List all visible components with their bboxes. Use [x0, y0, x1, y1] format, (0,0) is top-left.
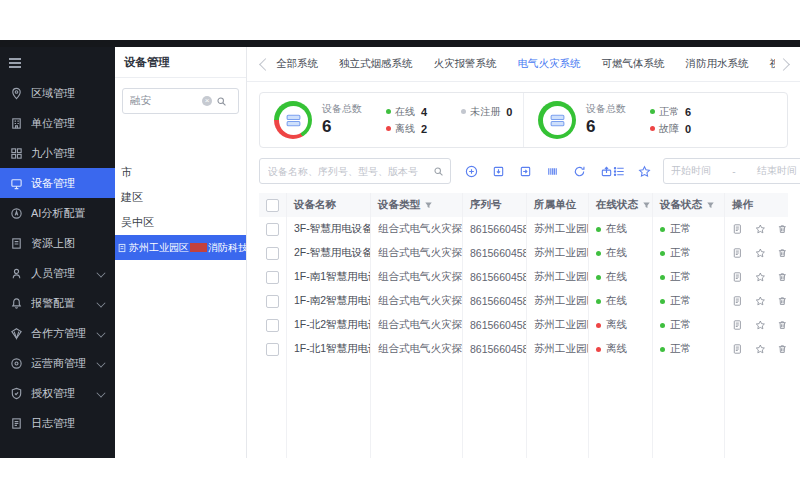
cell-online-status: 离线	[589, 337, 653, 361]
sidebar-item-label: 九小管理	[31, 146, 75, 161]
delete-trash-icon[interactable]	[777, 247, 788, 259]
detail-doc-icon[interactable]	[732, 271, 743, 283]
detail-doc-icon[interactable]	[732, 223, 743, 235]
table-row: 2F-智慧用电设备 组合式电气火灾探... 861566045807... 苏州…	[259, 241, 788, 265]
sidebar-item-resource-map[interactable]: 资源上图	[0, 228, 115, 258]
cell-device-name: 1F-南2智慧用电设备	[287, 289, 371, 313]
stat-label: 设备总数	[322, 103, 362, 116]
col-header-status: 设备状态	[653, 193, 725, 217]
transfer-icon[interactable]	[600, 165, 613, 178]
shield-icon	[10, 387, 23, 400]
add-device-icon[interactable]	[465, 165, 478, 178]
tab-standalone-smoke[interactable]: 独立式烟感系统	[339, 48, 413, 80]
menu-collapse-icon[interactable]	[0, 47, 115, 78]
delete-trash-icon[interactable]	[777, 343, 788, 355]
sidebar-item-ai-config[interactable]: AI分析配置	[0, 198, 115, 228]
delete-trash-icon[interactable]	[777, 295, 788, 307]
bell-icon	[10, 297, 23, 310]
tree-node-district-1[interactable]: 建区	[115, 185, 246, 210]
filter-icon[interactable]	[642, 201, 651, 210]
row-checkbox[interactable]	[266, 319, 279, 332]
tree-node-city[interactable]: 市	[115, 160, 246, 185]
delete-trash-icon[interactable]	[777, 271, 788, 283]
import-icon[interactable]	[492, 165, 505, 178]
cell-operations	[725, 337, 788, 361]
star-icon[interactable]	[638, 165, 651, 178]
tab-all-systems[interactable]: 全部系统	[276, 48, 318, 80]
device-search-input[interactable]	[266, 165, 433, 178]
row-checkbox[interactable]	[266, 247, 279, 260]
tree-node-district-2[interactable]: 吴中区	[115, 210, 246, 235]
search-icon[interactable]	[433, 166, 444, 177]
cell-device-name: 1F-南1智慧用电设备	[287, 265, 371, 289]
sidebar-item-label: 运营商管理	[31, 356, 86, 371]
sidebar-item-label: 授权管理	[31, 386, 75, 401]
row-checkbox[interactable]	[266, 271, 279, 284]
detail-doc-icon[interactable]	[732, 295, 743, 307]
col-header-serial: 序列号	[463, 193, 527, 217]
row-checkbox[interactable]	[266, 295, 279, 308]
chevron-down-icon	[96, 359, 105, 368]
tree-search-input[interactable]	[128, 94, 202, 108]
tab-electrical-fire[interactable]: 电气火灾系统	[518, 48, 581, 80]
export-icon[interactable]	[519, 165, 532, 178]
chevron-down-icon	[96, 269, 105, 278]
filter-icon[interactable]	[424, 201, 433, 210]
sidebar-item-label: 资源上图	[31, 236, 75, 251]
tabs-scroll-left-icon[interactable]	[259, 58, 272, 71]
sidebar-item-operator[interactable]: 运营商管理	[0, 348, 115, 378]
barcode-scan-icon[interactable]	[546, 165, 559, 178]
table-row: 1F-北2智慧用电设备 组合式电气火灾探... 861566045808... …	[259, 313, 788, 337]
tab-combustible-gas[interactable]: 可燃气体系统	[602, 48, 665, 80]
row-checkbox[interactable]	[266, 343, 279, 356]
cell-online-status: 在线	[589, 217, 653, 241]
cell-device-name: 1F-北2智慧用电设备	[287, 313, 371, 337]
favorite-star-icon[interactable]	[755, 271, 766, 283]
sidebar-item-device[interactable]: 设备管理	[0, 168, 115, 198]
sidebar-item-unit[interactable]: 单位管理	[0, 108, 115, 138]
sidebar-item-jiuxiao[interactable]: 九小管理	[0, 138, 115, 168]
search-icon[interactable]	[216, 96, 227, 107]
sidebar-item-personnel[interactable]: 人员管理	[0, 258, 115, 288]
favorite-star-icon[interactable]	[755, 295, 766, 307]
sidebar-item-authorization[interactable]: 授权管理	[0, 378, 115, 408]
clear-icon[interactable]: ×	[202, 96, 212, 106]
chevron-down-icon	[96, 299, 105, 308]
table-toolbar: 开始时间 - 结束时间	[259, 158, 788, 184]
favorite-star-icon[interactable]	[755, 223, 766, 235]
sidebar-item-partner[interactable]: 合作方管理	[0, 318, 115, 348]
sidebar-item-alarm-config[interactable]: 报警配置	[0, 288, 115, 318]
list-view-icon[interactable]	[613, 165, 626, 178]
tree-node-company-selected[interactable]: 苏州工业园区消防科技有限公司	[115, 235, 246, 260]
grid-icon	[10, 147, 23, 160]
favorite-star-icon[interactable]	[755, 247, 766, 259]
favorite-star-icon[interactable]	[755, 343, 766, 355]
sync-icon[interactable]	[573, 165, 586, 178]
sidebar-item-label: 单位管理	[31, 116, 75, 131]
tab-fire-alarm[interactable]: 火灾报警系统	[434, 48, 497, 80]
detail-doc-icon[interactable]	[732, 343, 743, 355]
online-legend: 在线4 未注册0 离线2	[386, 105, 512, 136]
page-title: 设备管理	[115, 47, 246, 78]
cell-operations	[725, 241, 788, 265]
cell-device-type: 组合式电气火灾探...	[371, 241, 463, 265]
row-checkbox[interactable]	[266, 223, 279, 236]
favorite-star-icon[interactable]	[755, 319, 766, 331]
detail-doc-icon[interactable]	[732, 319, 743, 331]
tab-fire-water[interactable]: 消防用水系统	[686, 48, 749, 80]
date-end-placeholder[interactable]: 结束时间	[757, 164, 797, 178]
filter-icon[interactable]	[706, 201, 715, 210]
delete-trash-icon[interactable]	[777, 223, 788, 235]
select-all-checkbox[interactable]	[266, 199, 279, 212]
legend-value: 4	[421, 106, 427, 118]
tab-video-monitor[interactable]: 视频监控系统	[770, 48, 776, 80]
delete-trash-icon[interactable]	[777, 319, 788, 331]
tabs-scroll-right-icon[interactable]	[777, 58, 790, 71]
date-range-picker[interactable]: 开始时间 - 结束时间	[663, 158, 800, 184]
date-separator: -	[732, 166, 735, 177]
date-start-placeholder[interactable]: 开始时间	[671, 164, 711, 178]
sidebar-item-region[interactable]: 区域管理	[0, 78, 115, 108]
detail-doc-icon[interactable]	[732, 247, 743, 259]
sidebar-item-log[interactable]: 日志管理	[0, 408, 115, 438]
cell-device-type: 组合式电气火灾探...	[371, 313, 463, 337]
